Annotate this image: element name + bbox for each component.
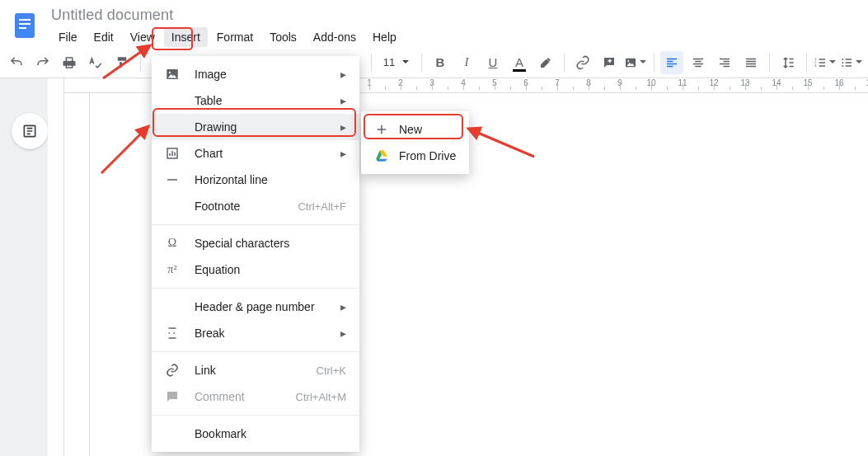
insert-chart-item[interactable]: Chart ▸	[152, 140, 359, 167]
line-spacing-button[interactable]	[777, 51, 800, 74]
insert-hr-item[interactable]: Horizontal line	[152, 167, 359, 193]
highlight-color-button[interactable]	[534, 51, 557, 74]
insert-comment-item[interactable]: Comment Ctrl+Alt+M	[152, 383, 359, 410]
paint-format-button[interactable]	[110, 51, 134, 74]
menu-view[interactable]: View	[123, 27, 162, 47]
hr-icon	[163, 171, 181, 189]
chart-icon	[163, 144, 181, 162]
insert-image-label: Image	[195, 68, 338, 81]
insert-break-item[interactable]: Break ▸	[152, 320, 359, 346]
menu-edit[interactable]: Edit	[87, 27, 121, 47]
insert-special-chars-item[interactable]: Ω Special characters	[152, 230, 359, 256]
menu-tools[interactable]: Tools	[262, 27, 304, 47]
insert-bookmark-label: Bookmark	[195, 427, 346, 440]
break-icon	[163, 324, 181, 342]
docs-logo[interactable]	[8, 5, 41, 46]
menu-separator	[152, 415, 359, 416]
document-outline-button[interactable]	[12, 113, 48, 149]
bold-button[interactable]: B	[429, 51, 452, 74]
svg-point-11	[842, 59, 843, 60]
drive-icon	[373, 147, 391, 165]
insert-link-label: Link	[195, 364, 317, 377]
undo-button[interactable]	[5, 51, 28, 74]
svg-text:3: 3	[814, 63, 817, 68]
numbered-list-button[interactable]: 123	[814, 51, 837, 74]
left-gutter	[0, 78, 48, 456]
insert-image-item[interactable]: Image ▸	[152, 61, 359, 87]
caret-icon	[639, 56, 647, 68]
toolbar: 100% 11 B I U A 123	[0, 47, 868, 78]
menu-help[interactable]: Help	[365, 27, 404, 47]
align-right-button[interactable]	[713, 51, 736, 74]
submenu-arrow-icon: ▸	[338, 120, 346, 134]
insert-footnote-item[interactable]: Footnote Ctrl+Alt+F	[152, 193, 359, 219]
insert-header-page-label: Header & page number	[195, 300, 338, 313]
menu-addons[interactable]: Add-ons	[306, 27, 364, 47]
insert-equation-item[interactable]: π² Equation	[152, 256, 359, 283]
submenu-arrow-icon: ▸	[338, 300, 346, 313]
footnote-shortcut: Ctrl+Alt+F	[298, 200, 346, 213]
link-icon	[163, 361, 181, 379]
omega-icon: Ω	[163, 234, 181, 252]
insert-comment-button[interactable]	[598, 51, 621, 74]
svg-rect-5	[609, 59, 611, 63]
drawing-from-drive-item[interactable]: From Drive	[361, 143, 469, 169]
svg-point-16	[169, 72, 171, 73]
align-center-button[interactable]	[687, 51, 710, 74]
caret-icon	[828, 56, 837, 68]
insert-drawing-label: Drawing	[195, 120, 338, 134]
titlebar: Untitled document File Edit View Insert …	[0, 0, 868, 47]
insert-break-label: Break	[195, 327, 338, 340]
align-left-button[interactable]	[660, 51, 683, 74]
submenu-arrow-icon: ▸	[338, 68, 346, 81]
insert-link-item[interactable]: Link Ctrl+K	[152, 357, 359, 383]
insert-comment-label: Comment	[195, 390, 296, 403]
svg-rect-3	[19, 27, 26, 29]
submenu-arrow-icon: ▸	[338, 327, 346, 340]
font-size-value: 11	[383, 56, 395, 68]
insert-table-label: Table	[195, 94, 338, 107]
drawing-new-label: New	[399, 123, 457, 136]
footnote-icon	[163, 197, 181, 215]
menu-separator	[152, 288, 359, 289]
doc-title[interactable]: Untitled document	[49, 5, 404, 24]
svg-rect-1	[19, 19, 30, 21]
drawing-icon	[163, 118, 181, 136]
menu-file[interactable]: File	[51, 27, 85, 47]
underline-button[interactable]: U	[481, 51, 504, 74]
insert-menu-popup: Image ▸ Table ▸ Drawing ▸ Chart ▸ Horizo…	[152, 56, 359, 452]
insert-drawing-item[interactable]: Drawing ▸	[152, 114, 359, 140]
plus-icon	[373, 120, 391, 139]
header-icon	[163, 298, 181, 316]
insert-image-button[interactable]	[624, 51, 647, 74]
caret-icon	[855, 56, 863, 68]
drawing-new-item[interactable]: New	[361, 116, 469, 143]
pi-icon: π²	[163, 261, 181, 279]
insert-table-item[interactable]: Table ▸	[152, 87, 359, 114]
svg-rect-2	[19, 23, 30, 25]
print-button[interactable]	[58, 51, 81, 74]
text-color-button[interactable]: A	[508, 51, 531, 74]
menu-insert[interactable]: Insert	[164, 27, 208, 47]
bookmark-icon	[163, 425, 181, 443]
insert-link-button[interactable]	[571, 51, 594, 74]
bulleted-list-button[interactable]	[840, 51, 863, 74]
insert-equation-label: Equation	[195, 263, 346, 276]
font-size-select[interactable]: 11	[378, 53, 415, 73]
svg-point-7	[627, 60, 629, 62]
italic-button[interactable]: I	[455, 51, 478, 74]
menu-format[interactable]: Format	[209, 27, 260, 47]
svg-point-12	[842, 62, 843, 63]
insert-bookmark-item[interactable]: Bookmark	[152, 421, 359, 447]
align-justify-button[interactable]	[739, 51, 762, 74]
table-icon	[163, 92, 181, 110]
redo-button[interactable]	[31, 51, 54, 74]
insert-hr-label: Horizontal line	[195, 173, 346, 186]
submenu-arrow-icon: ▸	[338, 147, 346, 160]
submenu-arrow-icon: ▸	[338, 94, 346, 107]
vertical-ruler[interactable]	[48, 78, 64, 456]
insert-header-page-item[interactable]: Header & page number ▸	[152, 294, 359, 320]
menu-separator	[152, 224, 359, 225]
spellcheck-button[interactable]	[84, 51, 107, 74]
caret-icon	[401, 56, 410, 68]
